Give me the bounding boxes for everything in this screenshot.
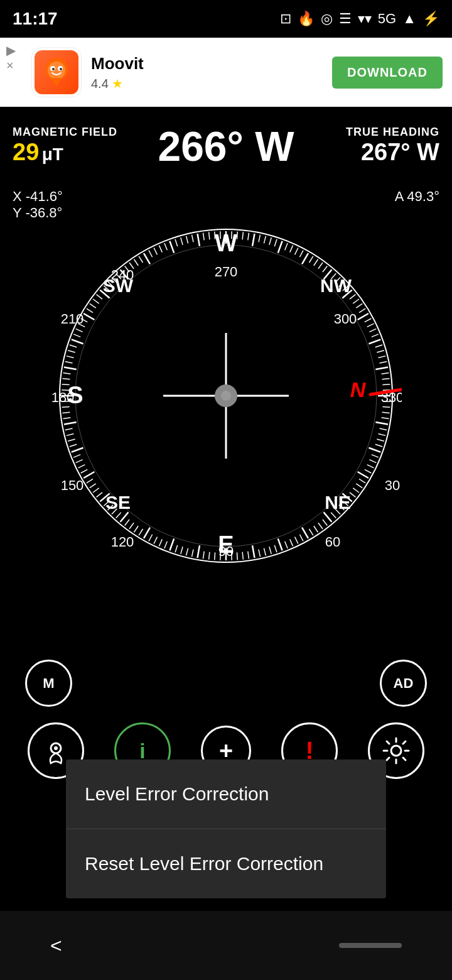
svg-text:300: 300 [334, 311, 357, 327]
svg-line-191 [139, 256, 143, 263]
svg-line-195 [159, 246, 162, 253]
ad-download-button[interactable]: DOWNLOAD [332, 57, 443, 89]
xy-values: X -41.6° Y -36.8° [13, 188, 63, 221]
svg-line-197 [170, 241, 174, 253]
svg-line-44 [314, 259, 318, 266]
svg-line-46 [323, 266, 327, 272]
svg-line-138 [116, 513, 121, 518]
magnetic-unit: μT [42, 144, 63, 164]
home-indicator[interactable] [339, 943, 402, 948]
ad-close[interactable]: ▶ × [6, 44, 16, 72]
svg-line-152 [72, 448, 83, 452]
svg-point-214 [54, 746, 58, 750]
svg-line-41 [299, 251, 303, 258]
context-menu: Level Error Correction Reset Level Error… [66, 760, 386, 898]
svg-line-42 [302, 253, 308, 264]
svg-line-143 [97, 493, 102, 497]
ad-close-icon[interactable]: × [6, 59, 16, 72]
svg-line-89 [356, 484, 362, 488]
svg-line-155 [67, 433, 74, 435]
svg-line-81 [375, 444, 382, 447]
svg-line-35 [269, 237, 271, 245]
svg-line-80 [377, 439, 384, 441]
svg-line-166 [63, 373, 71, 374]
svg-line-40 [295, 248, 298, 255]
ad-star-icon: ★ [112, 77, 123, 90]
signal-icon: ▲ [402, 11, 416, 27]
a-value: A 49.3° [395, 188, 439, 205]
svg-line-202 [198, 234, 200, 246]
svg-point-5 [60, 68, 62, 70]
svg-line-194 [154, 248, 157, 255]
svg-line-45 [318, 263, 323, 269]
svg-line-103 [299, 535, 303, 542]
svg-line-84 [369, 460, 376, 463]
svg-text:180: 180 [51, 389, 75, 405]
svg-line-129 [159, 539, 162, 546]
svg-line-68 [382, 373, 389, 374]
x-value: X -41.6° [13, 188, 63, 205]
svg-line-167 [64, 368, 77, 369]
status-bar: 11:17 ⊡ 🔥 ◎ ☰ ▾▾ 5G ▲ ⚡ [0, 0, 452, 38]
svg-line-37 [278, 241, 282, 253]
svg-line-78 [380, 428, 387, 430]
svg-line-149 [78, 465, 85, 468]
svg-line-96 [331, 513, 336, 518]
svg-line-122 [198, 545, 200, 558]
svg-text:120: 120 [111, 534, 134, 550]
svg-line-74 [382, 406, 390, 407]
svg-line-164 [62, 384, 70, 385]
svg-line-29 [237, 232, 237, 239]
status-time: 11:17 [13, 9, 58, 29]
svg-line-112 [252, 545, 254, 558]
svg-line-60 [369, 329, 376, 332]
svg-line-125 [181, 547, 183, 554]
svg-line-147 [83, 472, 94, 478]
svg-line-174 [76, 329, 83, 332]
svg-line-172 [72, 339, 83, 344]
ad-button[interactable]: AD [380, 660, 427, 707]
svg-line-62 [369, 339, 380, 344]
level-error-correction-item[interactable]: Level Error Correction [66, 760, 386, 829]
ad-icon-inner [35, 50, 78, 94]
svg-line-180 [93, 299, 99, 303]
svg-line-151 [73, 455, 80, 457]
svg-line-105 [290, 539, 293, 546]
svg-line-100 [314, 526, 318, 532]
svg-line-181 [97, 295, 102, 299]
status-icons: ⊡ 🔥 ◎ ☰ ▾▾ 5G ▲ ⚡ [280, 11, 439, 27]
y-value: Y -36.8° [13, 205, 63, 221]
svg-line-115 [237, 552, 237, 560]
svg-text:30: 30 [385, 477, 400, 493]
svg-line-33 [259, 235, 260, 242]
svg-line-63 [375, 345, 382, 347]
svg-line-113 [248, 552, 249, 559]
svg-line-55 [356, 303, 362, 308]
magnetic-field-value-row: 29 μT [13, 139, 117, 166]
ad-icon [31, 47, 82, 97]
back-button[interactable]: < [50, 934, 62, 957]
svg-line-126 [175, 545, 178, 552]
wifi-icon: ▾▾ [358, 11, 372, 27]
svg-line-178 [87, 308, 93, 312]
svg-line-160 [62, 406, 70, 407]
svg-line-56 [359, 308, 365, 312]
true-heading-section: TRUE HEADING 267° W [346, 126, 439, 166]
svg-text:150: 150 [61, 477, 84, 493]
svg-line-108 [274, 545, 277, 552]
svg-line-98 [323, 520, 327, 525]
ad-rating: 4.4 ★ [91, 76, 323, 91]
svg-line-69 [382, 379, 390, 379]
svg-line-87 [358, 472, 369, 478]
svg-line-135 [129, 523, 134, 529]
m-button[interactable]: M [25, 660, 72, 707]
svg-text:60: 60 [325, 534, 340, 550]
svg-line-54 [353, 299, 359, 303]
svg-line-134 [134, 526, 138, 532]
svg-point-210 [221, 391, 231, 401]
svg-line-131 [149, 535, 153, 542]
svg-line-179 [90, 303, 96, 308]
reset-level-error-correction-item[interactable]: Reset Level Error Correction [66, 829, 386, 898]
svg-line-114 [242, 552, 243, 560]
svg-line-66 [380, 362, 387, 363]
